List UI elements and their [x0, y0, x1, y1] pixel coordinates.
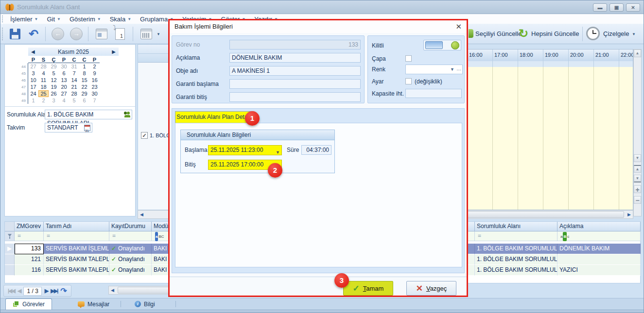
- calendar-day[interactable]: 26: [49, 90, 59, 97]
- dialog-close-icon[interactable]: ✕: [455, 22, 462, 31]
- calendar-day[interactable]: 5: [69, 97, 79, 104]
- calendar-day[interactable]: 21: [69, 83, 79, 90]
- calendar-day[interactable]: 24: [28, 90, 38, 97]
- calendar-day[interactable]: 1: [79, 63, 89, 70]
- forward-button[interactable]: →: [68, 25, 85, 43]
- resource-checkbox-checked[interactable]: ✓: [141, 132, 148, 139]
- next-page-icon[interactable]: ▶: [45, 288, 48, 294]
- calendar-day[interactable]: 19: [49, 83, 59, 90]
- calendar-day[interactable]: 5: [49, 70, 59, 77]
- close-button[interactable]: ✕: [626, 3, 640, 12]
- garanti-bitis-field[interactable]: [229, 92, 361, 102]
- tamam-button[interactable]: ✓ Tamam: [343, 281, 393, 296]
- calendar-day[interactable]: 9: [89, 70, 100, 77]
- resource-row[interactable]: ✓ 1. BÖLG: [141, 132, 171, 139]
- calendar-day[interactable]: 27: [59, 90, 69, 97]
- column-header-1[interactable]: ZMGorev No: [15, 222, 44, 231]
- obje-adi-field[interactable]: A MAKİNESİ 1: [229, 66, 361, 76]
- calendar-day[interactable]: 15: [79, 77, 89, 83]
- tab-bilgi[interactable]: i Bilgi: [128, 298, 162, 310]
- menu-item-skala[interactable]: Skala▼: [105, 14, 136, 24]
- cell-kayit-durumu[interactable]: ✓Onaylandı: [109, 254, 152, 265]
- cell-aciklama[interactable]: YAZICI: [557, 265, 641, 276]
- refresh-list-icon[interactable]: ↷: [60, 286, 67, 296]
- filter-kayit[interactable]: =: [109, 231, 152, 241]
- cell-sorumluluk-alani[interactable]: 1. BÖLGE BAKIM SORUMLULARI: [475, 265, 557, 276]
- calendar-day[interactable]: 14: [69, 77, 79, 83]
- update-selected-button[interactable]: Seçiliyi Güncelle: [469, 24, 522, 43]
- calendar-day[interactable]: 28: [69, 90, 79, 97]
- scroll-right-icon[interactable]: ▶: [627, 211, 631, 218]
- column-header-2[interactable]: Tanım Adı: [44, 222, 109, 231]
- filter-aciklama[interactable]: aBc: [557, 231, 641, 241]
- calendar-day[interactable]: 6: [79, 97, 89, 104]
- calendar-day[interactable]: 27: [28, 63, 38, 70]
- calendar-day[interactable]: 12: [49, 77, 59, 83]
- calendar-day[interactable]: 11: [38, 77, 49, 83]
- scroll-left-icon[interactable]: ◀: [111, 287, 114, 294]
- last-page-icon[interactable]: ▶▶|: [51, 288, 57, 294]
- calendar-day[interactable]: 30: [89, 90, 100, 97]
- cell-tanim-adi[interactable]: SERVİS BAKIM İŞLEMLERİ: [44, 244, 109, 254]
- calendar-day[interactable]: 2: [89, 63, 100, 70]
- cell-kayit-durumu[interactable]: ✓Onaylandı: [109, 244, 152, 254]
- menu-item-i̇şlemler[interactable]: İşlemler▼: [6, 14, 42, 24]
- save-button[interactable]: [6, 25, 24, 43]
- menu-item-git[interactable]: Git▼: [42, 14, 65, 24]
- filter-tanim[interactable]: =: [44, 231, 109, 241]
- responsibility-area-field[interactable]: 1. BÖLGE BAKIM SORUMLULARI: [45, 110, 132, 119]
- calendar-day[interactable]: 6: [59, 70, 69, 77]
- next-month-icon[interactable]: ▶: [112, 49, 116, 54]
- prev-page-icon[interactable]: ◀: [17, 288, 20, 294]
- calendar-day[interactable]: 30: [59, 63, 69, 70]
- kilitli-toggle[interactable]: [423, 40, 461, 50]
- schedule-overflow-button[interactable]: ▾: [630, 25, 637, 43]
- calendar-day[interactable]: 20: [59, 83, 69, 90]
- scroll-down-icon[interactable]: ▼: [634, 154, 641, 162]
- capa-checkbox[interactable]: [405, 55, 412, 62]
- update-all-button[interactable]: ↻ Hepsini Güncelle: [519, 24, 579, 43]
- calendar-day[interactable]: 22: [79, 83, 89, 90]
- calendar-day[interactable]: 18: [38, 83, 49, 90]
- calendar-day[interactable]: 3: [49, 97, 59, 104]
- collapse-top-icon[interactable]: ▲: [634, 165, 641, 173]
- schedule-button[interactable]: Çizelgele: [586, 24, 629, 43]
- renk-combo[interactable]: ▼ …: [405, 65, 463, 74]
- gantt-vertical-scrollbar[interactable]: ▲ ▼ ▲ ▼ + −: [633, 49, 642, 216]
- calendar-day[interactable]: 1: [28, 97, 38, 104]
- calendar-day[interactable]: 29: [49, 63, 59, 70]
- tab-gorevler[interactable]: Görevler: [5, 298, 52, 310]
- calendar-day[interactable]: 4: [38, 70, 49, 77]
- minimize-button[interactable]: ▬: [593, 3, 607, 12]
- zoom-in-icon[interactable]: +: [634, 185, 641, 193]
- filter-funnel-cell[interactable]: [5, 231, 15, 241]
- cell-zmgorev-no[interactable]: 133: [15, 244, 44, 254]
- tab-sorumluluk-plan-detayi[interactable]: Sorumluluk Alanı Plan Detayı: [175, 111, 254, 123]
- cell-sorumluluk-alani[interactable]: 1. BÖLGE BAKIM SORUMLULARI: [475, 244, 557, 254]
- vazgec-button[interactable]: ✕ Vazgeç: [406, 281, 456, 296]
- back-button[interactable]: ←: [49, 25, 67, 43]
- filter-zmgorev[interactable]: =: [15, 231, 44, 241]
- calendar-day[interactable]: 23: [89, 83, 100, 90]
- single-page-button[interactable]: [111, 25, 129, 43]
- calendar-day[interactable]: 3: [28, 70, 38, 77]
- column-header-6[interactable]: Açıklama: [557, 222, 641, 231]
- cell-tanim-adi[interactable]: SERVİS BAKIM TALEPLERİ: [44, 254, 109, 265]
- menu-item-gösterim[interactable]: Gösterim▼: [65, 14, 105, 24]
- calendar-day[interactable]: 4: [59, 97, 69, 104]
- calendar-day[interactable]: 13: [59, 77, 69, 83]
- calendar-day[interactable]: 28: [38, 63, 49, 70]
- cell-aciklama[interactable]: [557, 254, 641, 265]
- collapse-bottom-icon[interactable]: ▼: [634, 175, 641, 182]
- kapasite-field[interactable]: [405, 89, 462, 98]
- cell-sorumluluk-alani[interactable]: 1. BÖLGE BAKIM SORUMLULARI: [475, 254, 557, 265]
- column-header-3[interactable]: KayıtDurumu: [109, 222, 152, 231]
- cell-aciklama[interactable]: DÖNEMLİK BAKIM: [557, 244, 641, 254]
- aciklama-field[interactable]: DÖNEMLİK BAKIM: [229, 53, 361, 63]
- calendar-day[interactable]: 10: [28, 77, 38, 83]
- cell-tanim-adi[interactable]: SERVİS BAKIM TALEPLERİ: [44, 265, 109, 276]
- maximize-button[interactable]: ▣: [609, 3, 624, 12]
- undo-button[interactable]: ↶: [25, 25, 42, 43]
- garanti-baslama-field[interactable]: [229, 79, 361, 89]
- calendar-day[interactable]: 7: [89, 97, 100, 104]
